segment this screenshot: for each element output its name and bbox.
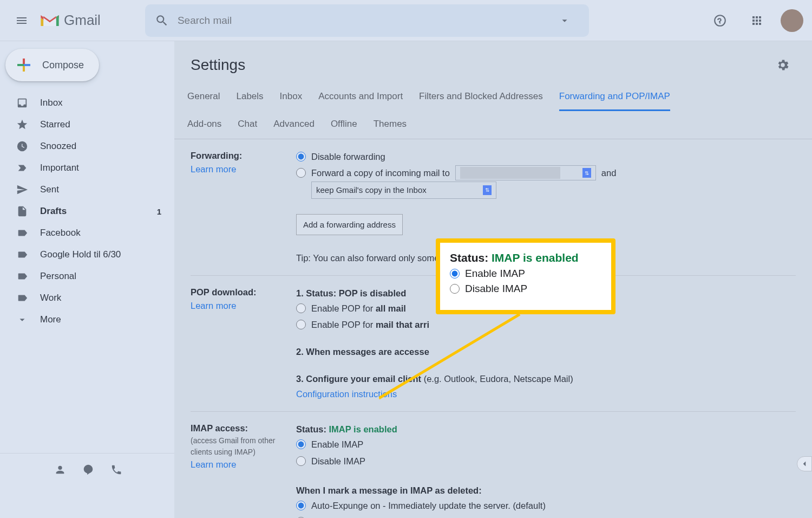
important-icon: [16, 162, 28, 174]
nav-drafts[interactable]: Drafts 1: [0, 200, 174, 222]
tab-accounts[interactable]: Accounts and Import: [318, 83, 403, 111]
person-icon[interactable]: [54, 464, 66, 476]
nav-sent[interactable]: Sent: [0, 179, 174, 200]
tab-forwarding-pop-imap[interactable]: Forwarding and POP/IMAP: [559, 83, 670, 111]
label-icon: [16, 227, 28, 239]
search-icon: [155, 14, 169, 28]
tab-filters[interactable]: Filters and Blocked Addresses: [419, 83, 543, 111]
forward-copy-radio[interactable]: [296, 168, 306, 178]
auto-expunge-on-radio[interactable]: [296, 501, 306, 510]
settings-tabs: General Labels Inbox Accounts and Import…: [174, 83, 812, 139]
tab-addons[interactable]: Add-ons: [187, 111, 221, 139]
imap-label: IMAP access:: [191, 422, 296, 435]
tab-advanced[interactable]: Advanced: [273, 111, 315, 139]
star-icon: [16, 119, 28, 131]
bottom-icons: [0, 453, 174, 485]
nav-starred[interactable]: Starred: [0, 114, 174, 135]
forwarding-label: Forwarding:: [191, 149, 296, 163]
nav-label-facebook[interactable]: Facebook: [0, 222, 174, 244]
clock-icon: [16, 140, 28, 152]
compose-label: Compose: [42, 60, 84, 71]
pop-learn-more[interactable]: Learn more: [191, 301, 236, 310]
nav-label-google-hold[interactable]: Google Hold til 6/30: [0, 244, 174, 266]
apps-button[interactable]: [744, 8, 770, 34]
hangouts-icon[interactable]: [82, 464, 94, 476]
compose-button[interactable]: Compose: [5, 49, 99, 81]
tab-themes[interactable]: Themes: [374, 111, 407, 139]
search-options-icon[interactable]: [559, 15, 571, 27]
pop-enable-all-radio[interactable]: [296, 303, 306, 313]
help-icon: [713, 14, 727, 28]
search-input[interactable]: [178, 15, 559, 27]
tab-chat[interactable]: Chat: [238, 111, 257, 139]
side-panel-toggle[interactable]: [797, 456, 812, 471]
section-imap: IMAP access: (access Gmail from other cl…: [191, 412, 796, 518]
nav-important[interactable]: Important: [0, 157, 174, 179]
search-bar[interactable]: [145, 4, 589, 37]
config-instructions-link[interactable]: Configuration instructions: [296, 389, 397, 399]
enable-imap-radio[interactable]: [296, 439, 306, 449]
nav-label-personal[interactable]: Personal: [0, 266, 174, 287]
keep-copy-select[interactable]: keep Gmail's copy in the Inbox ⇅: [311, 182, 496, 199]
plus-icon: [14, 55, 34, 75]
gear-icon: [776, 58, 790, 72]
disable-forwarding-radio[interactable]: [296, 152, 306, 161]
inbox-icon: [16, 97, 28, 109]
gmail-text: Gmail: [64, 12, 101, 29]
imap-learn-more[interactable]: Learn more: [191, 459, 236, 469]
phone-icon[interactable]: [110, 464, 122, 476]
forward-email-select[interactable]: ⇅: [455, 165, 596, 180]
label-icon: [16, 249, 28, 261]
chevron-down-icon: [16, 314, 28, 326]
tab-offline[interactable]: Offline: [331, 111, 357, 139]
pop-label: POP download:: [191, 286, 296, 299]
chevron-left-icon: [800, 459, 809, 469]
callout-disable-imap-radio[interactable]: [450, 284, 460, 294]
draft-icon: [16, 205, 28, 217]
account-avatar[interactable]: [781, 9, 803, 32]
gmail-icon: [39, 11, 61, 30]
nav-more[interactable]: More: [0, 309, 174, 331]
apps-icon: [750, 14, 763, 27]
callout-box: Status: IMAP is enabled Enable IMAP Disa…: [436, 238, 615, 314]
forwarding-learn-more[interactable]: Learn more: [191, 164, 236, 174]
pop-enable-arrive-radio[interactable]: [296, 320, 306, 329]
page-title: Settings: [191, 56, 245, 74]
tab-labels[interactable]: Labels: [236, 83, 263, 111]
menu-button[interactable]: [9, 8, 35, 34]
label-icon: [16, 270, 28, 282]
help-button[interactable]: [707, 8, 733, 34]
label-icon: [16, 292, 28, 304]
add-forwarding-address-button[interactable]: Add a forwarding address: [296, 214, 403, 236]
tab-general[interactable]: General: [187, 83, 220, 111]
hamburger-icon: [15, 14, 28, 27]
nav-label-work[interactable]: Work: [0, 287, 174, 309]
gmail-logo[interactable]: Gmail: [39, 11, 101, 30]
nav-inbox[interactable]: Inbox: [0, 92, 174, 114]
sent-icon: [16, 184, 28, 196]
tab-inbox[interactable]: Inbox: [280, 83, 303, 111]
callout-enable-imap-radio[interactable]: [450, 269, 460, 279]
settings-gear-button[interactable]: [770, 52, 796, 78]
disable-imap-radio[interactable]: [296, 456, 306, 466]
nav-snoozed[interactable]: Snoozed: [0, 135, 174, 157]
